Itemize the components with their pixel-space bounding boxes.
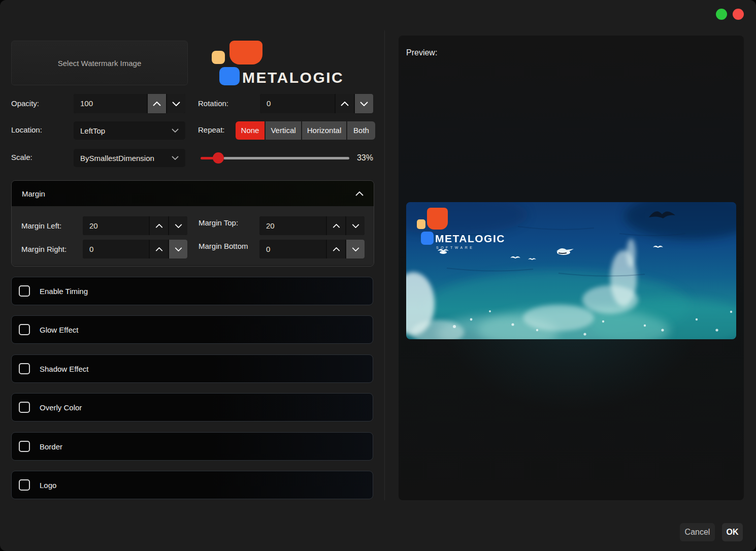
preview-label: Preview:	[406, 48, 437, 57]
close-button[interactable]	[733, 9, 744, 20]
logo-checkbox[interactable]	[19, 479, 30, 491]
margin-bottom-label: Margin Bottom	[199, 237, 248, 255]
logo-orange-shape	[229, 41, 262, 64]
overly-color-checkbox[interactable]	[19, 402, 30, 413]
slider-track[interactable]	[223, 157, 349, 159]
shadow-effect-checkbox[interactable]	[19, 363, 30, 374]
margin-right-input[interactable]: 0	[83, 240, 149, 258]
logo-blue-shape	[219, 67, 240, 85]
enable-timing-checkbox[interactable]	[19, 285, 30, 297]
margin-bottom-down-button[interactable]	[346, 240, 365, 258]
margin-section-title: Margin	[22, 189, 45, 198]
margin-bottom-input[interactable]: 0	[259, 240, 326, 258]
overly-color-label: Overly Color	[40, 403, 82, 412]
rotation-up-button[interactable]	[336, 94, 354, 113]
glow-effect-label: Glow Effect	[40, 326, 78, 334]
chevron-down-icon	[172, 128, 179, 133]
ok-button-label: OK	[727, 528, 739, 537]
repeat-option-horizontal[interactable]: Horizontal	[302, 121, 347, 140]
watermark-logo-orange-shape	[427, 208, 448, 230]
margin-right-stepper: 0	[83, 240, 187, 258]
logo-wordmark: METALOGIC	[242, 69, 344, 86]
panel-divider	[384, 30, 385, 500]
border-checkbox[interactable]	[19, 441, 30, 452]
margin-right-down-button[interactable]	[169, 240, 187, 258]
margin-bottom-stepper: 0	[259, 240, 365, 258]
glow-effect-toggle[interactable]: Glow Effect	[11, 315, 373, 344]
scale-percent-value: 33%	[357, 149, 373, 167]
location-value: LeftTop	[80, 126, 105, 135]
rotation-stepper: 0	[260, 94, 373, 113]
margin-left-stepper: 20	[83, 216, 187, 235]
select-watermark-image-button[interactable]: Select Watermark Image	[11, 41, 188, 85]
scale-label: Scale:	[11, 148, 32, 168]
repeat-option-vertical[interactable]: Vertical	[266, 121, 302, 140]
watermark-wordmark: METALOGIC	[435, 233, 505, 245]
enable-timing-label: Enable Timing	[40, 287, 88, 296]
margin-left-up-button[interactable]	[150, 216, 168, 235]
margin-right-label: Margin Right:	[21, 240, 67, 258]
watermark-logo-yellow-shape	[417, 219, 425, 229]
rotation-input[interactable]: 0	[260, 94, 335, 113]
margin-top-up-button[interactable]	[327, 216, 345, 235]
logo-toggle[interactable]: Logo	[11, 471, 373, 499]
margin-left-label: Margin Left:	[21, 216, 61, 235]
repeat-option-none[interactable]: None	[236, 121, 266, 140]
opacity-stepper: 100	[74, 94, 185, 113]
shadow-effect-label: Shadow Effect	[40, 365, 88, 373]
watermark-overlay: METALOGIC SOFTWARE	[412, 206, 504, 257]
ok-button[interactable]: OK	[722, 523, 743, 541]
cancel-button-label: Cancel	[685, 528, 710, 537]
rotation-label: Rotation:	[198, 94, 228, 113]
watermark-settings-dialog: Select Watermark Image METALOGIC Opacity…	[0, 0, 756, 551]
location-label: Location:	[11, 121, 42, 140]
opacity-down-button[interactable]	[167, 94, 185, 113]
opacity-label: Opacity:	[11, 94, 39, 113]
logo-yellow-shape	[212, 51, 225, 64]
watermark-subtitle: SOFTWARE	[436, 246, 474, 249]
margin-right-up-button[interactable]	[150, 240, 168, 258]
enable-timing-toggle[interactable]: Enable Timing	[11, 277, 373, 305]
scale-slider: 33%	[201, 149, 373, 167]
app-logo: METALOGIC	[206, 36, 348, 91]
repeat-label: Repeat:	[198, 121, 225, 140]
location-dropdown[interactable]: LeftTop	[74, 121, 185, 140]
scale-mode-dropdown[interactable]: BySmallestDimension	[74, 149, 185, 167]
select-watermark-image-label: Select Watermark Image	[58, 59, 142, 68]
margin-top-label: Margin Top:	[199, 213, 238, 232]
margin-top-input[interactable]: 20	[259, 216, 326, 235]
preview-panel: Preview:	[399, 36, 744, 500]
chevron-up-icon	[355, 191, 364, 196]
watermark-logo-blue-shape	[421, 232, 434, 245]
chevron-down-icon	[172, 156, 179, 160]
margin-left-input[interactable]: 20	[83, 216, 149, 235]
rotation-down-button[interactable]	[355, 94, 373, 113]
margin-section: Margin Margin Left: 20 Margin Top: 20	[11, 180, 374, 267]
margin-section-body: Margin Left: 20 Margin Top: 20	[12, 206, 374, 265]
slider-thumb[interactable]	[213, 152, 224, 164]
margin-bottom-up-button[interactable]	[327, 240, 345, 258]
scale-mode-value: BySmallestDimension	[80, 154, 154, 163]
shadow-effect-toggle[interactable]: Shadow Effect	[11, 354, 373, 383]
border-toggle[interactable]: Border	[11, 432, 373, 461]
maximize-button[interactable]	[716, 9, 727, 20]
opacity-up-button[interactable]	[148, 94, 166, 113]
overly-color-toggle[interactable]: Overly Color	[11, 393, 373, 422]
logo-label: Logo	[40, 481, 56, 490]
margin-left-down-button[interactable]	[169, 216, 187, 235]
glow-effect-checkbox[interactable]	[19, 324, 30, 335]
repeat-segmented-control: None Vertical Horizontal Both	[236, 121, 375, 140]
preview-video-frame: METALOGIC SOFTWARE	[406, 202, 736, 339]
cancel-button[interactable]: Cancel	[680, 523, 715, 541]
margin-section-header[interactable]: Margin	[12, 181, 374, 206]
margin-top-stepper: 20	[259, 216, 365, 235]
border-label: Border	[40, 442, 62, 451]
repeat-option-both[interactable]: Both	[347, 121, 375, 140]
margin-top-down-button[interactable]	[346, 216, 365, 235]
opacity-input[interactable]: 100	[74, 94, 147, 113]
